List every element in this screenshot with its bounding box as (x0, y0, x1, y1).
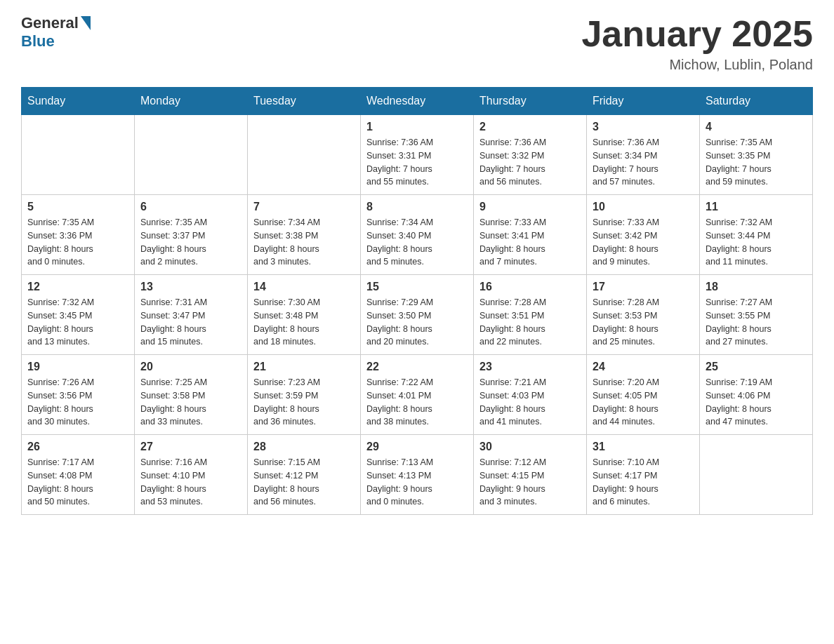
day-info: Sunrise: 7:35 AMSunset: 3:37 PMDaylight:… (140, 216, 241, 269)
calendar-cell: 12Sunrise: 7:32 AMSunset: 3:45 PMDayligh… (22, 275, 135, 355)
day-info: Sunrise: 7:12 AMSunset: 4:15 PMDaylight:… (479, 456, 581, 509)
day-info: Sunrise: 7:29 AMSunset: 3:50 PMDaylight:… (366, 296, 468, 349)
calendar-cell: 22Sunrise: 7:22 AMSunset: 4:01 PMDayligh… (361, 355, 474, 435)
calendar-cell: 17Sunrise: 7:28 AMSunset: 3:53 PMDayligh… (587, 275, 700, 355)
day-info: Sunrise: 7:13 AMSunset: 4:13 PMDaylight:… (366, 456, 468, 509)
day-number: 22 (366, 361, 468, 373)
day-number: 25 (706, 361, 807, 373)
logo-general-text: General (21, 14, 79, 32)
day-number: 17 (593, 281, 694, 293)
calendar-cell: 21Sunrise: 7:23 AMSunset: 3:59 PMDayligh… (248, 355, 361, 435)
location-text: Michow, Lublin, Poland (581, 57, 813, 73)
calendar-cell: 3Sunrise: 7:36 AMSunset: 3:34 PMDaylight… (587, 115, 700, 195)
calendar-cell: 4Sunrise: 7:35 AMSunset: 3:35 PMDaylight… (700, 115, 813, 195)
day-number: 19 (27, 361, 128, 373)
calendar-cell: 25Sunrise: 7:19 AMSunset: 4:06 PMDayligh… (700, 355, 813, 435)
col-header-saturday: Saturday (700, 88, 813, 115)
day-info: Sunrise: 7:28 AMSunset: 3:51 PMDaylight:… (479, 296, 581, 349)
col-header-sunday: Sunday (22, 88, 135, 115)
day-number: 29 (366, 441, 468, 453)
day-info: Sunrise: 7:21 AMSunset: 4:03 PMDaylight:… (479, 376, 581, 429)
day-info: Sunrise: 7:36 AMSunset: 3:34 PMDaylight:… (593, 136, 694, 189)
day-info: Sunrise: 7:32 AMSunset: 3:45 PMDaylight:… (27, 296, 128, 349)
calendar-cell: 23Sunrise: 7:21 AMSunset: 4:03 PMDayligh… (474, 355, 587, 435)
day-info: Sunrise: 7:28 AMSunset: 3:53 PMDaylight:… (593, 296, 694, 349)
day-number: 21 (253, 361, 355, 373)
calendar-cell: 16Sunrise: 7:28 AMSunset: 3:51 PMDayligh… (474, 275, 587, 355)
col-header-wednesday: Wednesday (361, 88, 474, 115)
calendar-cell (700, 435, 813, 515)
day-info: Sunrise: 7:33 AMSunset: 3:42 PMDaylight:… (593, 216, 694, 269)
day-info: Sunrise: 7:26 AMSunset: 3:56 PMDaylight:… (27, 376, 128, 429)
day-info: Sunrise: 7:23 AMSunset: 3:59 PMDaylight:… (253, 376, 355, 429)
day-info: Sunrise: 7:10 AMSunset: 4:17 PMDaylight:… (593, 456, 694, 509)
calendar-cell: 7Sunrise: 7:34 AMSunset: 3:38 PMDaylight… (248, 195, 361, 275)
day-number: 24 (593, 361, 694, 373)
day-number: 3 (593, 121, 694, 133)
day-number: 8 (366, 201, 468, 213)
day-info: Sunrise: 7:22 AMSunset: 4:01 PMDaylight:… (366, 376, 468, 429)
col-header-tuesday: Tuesday (248, 88, 361, 115)
calendar-week-5: 26Sunrise: 7:17 AMSunset: 4:08 PMDayligh… (22, 435, 813, 515)
day-number: 2 (479, 121, 581, 133)
day-info: Sunrise: 7:34 AMSunset: 3:38 PMDaylight:… (253, 216, 355, 269)
calendar-cell: 6Sunrise: 7:35 AMSunset: 3:37 PMDaylight… (135, 195, 248, 275)
day-info: Sunrise: 7:15 AMSunset: 4:12 PMDaylight:… (253, 456, 355, 509)
calendar-cell: 18Sunrise: 7:27 AMSunset: 3:55 PMDayligh… (700, 275, 813, 355)
calendar-cell: 2Sunrise: 7:36 AMSunset: 3:32 PMDaylight… (474, 115, 587, 195)
title-block: January 2025 Michow, Lublin, Poland (581, 14, 813, 73)
calendar-week-1: 1Sunrise: 7:36 AMSunset: 3:31 PMDaylight… (22, 115, 813, 195)
day-number: 16 (479, 281, 581, 293)
day-number: 11 (706, 201, 807, 213)
col-header-monday: Monday (135, 88, 248, 115)
day-info: Sunrise: 7:31 AMSunset: 3:47 PMDaylight:… (140, 296, 241, 349)
day-info: Sunrise: 7:35 AMSunset: 3:36 PMDaylight:… (27, 216, 128, 269)
page-header: General Blue January 2025 Michow, Lublin… (21, 14, 813, 73)
calendar-header-row: SundayMondayTuesdayWednesdayThursdayFrid… (22, 88, 813, 115)
day-info: Sunrise: 7:36 AMSunset: 3:31 PMDaylight:… (366, 136, 468, 189)
day-number: 30 (479, 441, 581, 453)
day-info: Sunrise: 7:34 AMSunset: 3:40 PMDaylight:… (366, 216, 468, 269)
calendar-cell: 20Sunrise: 7:25 AMSunset: 3:58 PMDayligh… (135, 355, 248, 435)
day-info: Sunrise: 7:36 AMSunset: 3:32 PMDaylight:… (479, 136, 581, 189)
calendar-cell (135, 115, 248, 195)
calendar-cell: 27Sunrise: 7:16 AMSunset: 4:10 PMDayligh… (135, 435, 248, 515)
calendar-cell: 8Sunrise: 7:34 AMSunset: 3:40 PMDaylight… (361, 195, 474, 275)
calendar-week-4: 19Sunrise: 7:26 AMSunset: 3:56 PMDayligh… (22, 355, 813, 435)
calendar-cell: 24Sunrise: 7:20 AMSunset: 4:05 PMDayligh… (587, 355, 700, 435)
calendar-week-3: 12Sunrise: 7:32 AMSunset: 3:45 PMDayligh… (22, 275, 813, 355)
calendar-cell: 31Sunrise: 7:10 AMSunset: 4:17 PMDayligh… (587, 435, 700, 515)
day-number: 31 (593, 441, 694, 453)
logo: General Blue (21, 14, 92, 51)
day-number: 1 (366, 121, 468, 133)
day-number: 9 (479, 201, 581, 213)
logo-blue-text: Blue (21, 32, 55, 51)
calendar-cell: 13Sunrise: 7:31 AMSunset: 3:47 PMDayligh… (135, 275, 248, 355)
calendar-cell: 19Sunrise: 7:26 AMSunset: 3:56 PMDayligh… (22, 355, 135, 435)
day-number: 26 (27, 441, 128, 453)
day-number: 18 (706, 281, 807, 293)
day-number: 4 (706, 121, 807, 133)
day-number: 20 (140, 361, 241, 373)
calendar-cell: 9Sunrise: 7:33 AMSunset: 3:41 PMDaylight… (474, 195, 587, 275)
day-number: 6 (140, 201, 241, 213)
calendar-cell: 11Sunrise: 7:32 AMSunset: 3:44 PMDayligh… (700, 195, 813, 275)
col-header-friday: Friday (587, 88, 700, 115)
calendar-cell: 30Sunrise: 7:12 AMSunset: 4:15 PMDayligh… (474, 435, 587, 515)
calendar-week-2: 5Sunrise: 7:35 AMSunset: 3:36 PMDaylight… (22, 195, 813, 275)
day-number: 13 (140, 281, 241, 293)
day-info: Sunrise: 7:33 AMSunset: 3:41 PMDaylight:… (479, 216, 581, 269)
day-number: 12 (27, 281, 128, 293)
calendar-cell: 5Sunrise: 7:35 AMSunset: 3:36 PMDaylight… (22, 195, 135, 275)
day-info: Sunrise: 7:16 AMSunset: 4:10 PMDaylight:… (140, 456, 241, 509)
day-number: 14 (253, 281, 355, 293)
calendar-cell (22, 115, 135, 195)
day-info: Sunrise: 7:32 AMSunset: 3:44 PMDaylight:… (706, 216, 807, 269)
logo-triangle-icon (81, 16, 91, 30)
calendar-table: SundayMondayTuesdayWednesdayThursdayFrid… (21, 87, 813, 515)
col-header-thursday: Thursday (474, 88, 587, 115)
day-number: 27 (140, 441, 241, 453)
day-number: 23 (479, 361, 581, 373)
calendar-cell: 28Sunrise: 7:15 AMSunset: 4:12 PMDayligh… (248, 435, 361, 515)
day-number: 10 (593, 201, 694, 213)
